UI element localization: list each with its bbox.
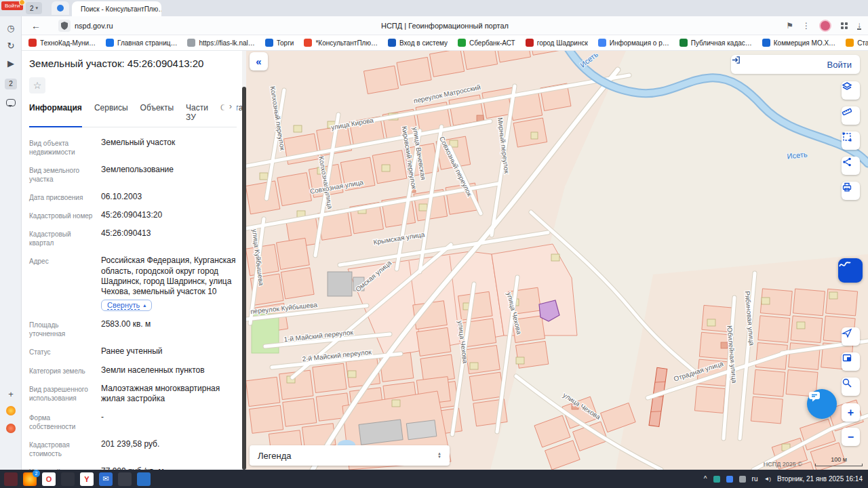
page-title: НСПД | Геоинформационный портал bbox=[22, 22, 868, 30]
layers-icon bbox=[842, 81, 852, 92]
app-icon[interactable] bbox=[118, 472, 132, 486]
chat-widget-button[interactable] bbox=[807, 389, 837, 419]
chat-icon[interactable] bbox=[6, 99, 16, 106]
app-icon[interactable] bbox=[4, 472, 18, 486]
field-row: Вид земельного участкаЗемлепользование bbox=[29, 165, 237, 184]
field-row: Дата присвоения06.10.2003 bbox=[29, 192, 237, 202]
tab-objects[interactable]: Объекты bbox=[140, 103, 174, 122]
bookmark-item[interactable]: ТехноКад-Муни… bbox=[28, 39, 96, 47]
chevron-up-icon: ▴ bbox=[143, 302, 146, 308]
bookmark-flag-icon[interactable]: ⚑ bbox=[786, 21, 793, 30]
address-collapse-button[interactable]: Свернуть ▴ bbox=[101, 300, 152, 311]
bookmark-item[interactable]: Сбербанк-АСТ bbox=[458, 39, 515, 47]
app-icon[interactable] bbox=[61, 472, 75, 486]
tab-information[interactable]: Информация bbox=[29, 103, 82, 122]
bookmark-label: https://fias-lk.nal… bbox=[199, 39, 254, 47]
share-button[interactable] bbox=[842, 157, 860, 175]
tab-services[interactable]: Сервисы bbox=[94, 103, 128, 122]
browser-addressbar: ← nspd.gov.ru НСПД | Геоинформационный п… bbox=[22, 16, 868, 35]
mail-icon[interactable]: ✉ bbox=[99, 472, 113, 486]
extent-button[interactable] bbox=[842, 352, 860, 371]
url-text[interactable]: nspd.gov.ru bbox=[75, 22, 113, 30]
field-row: Кадастровый номер45:26:090413:20 bbox=[29, 210, 237, 220]
legend-bar[interactable]: Легенда ▲ ▼ bbox=[250, 445, 450, 466]
profile-avatar[interactable] bbox=[819, 20, 831, 32]
bookmark-label: Публичная кадас… bbox=[691, 39, 752, 47]
login-icon bbox=[731, 55, 741, 65]
map-extent-icon bbox=[842, 352, 852, 363]
chat-bubble-icon bbox=[807, 389, 822, 404]
print-icon bbox=[842, 182, 852, 192]
tray-expand-icon[interactable]: ^ bbox=[704, 475, 707, 483]
firefox-icon[interactable]: 2 bbox=[23, 472, 37, 486]
play-icon[interactable]: ▶ bbox=[0, 58, 22, 68]
field-row: Кадастровый квартал45:26:090413 bbox=[29, 228, 237, 247]
yandex-browser-icon[interactable]: Y bbox=[80, 472, 94, 486]
print-button[interactable] bbox=[842, 182, 860, 200]
collapse-sidebar-button[interactable]: « bbox=[250, 52, 268, 70]
field-label: Статус bbox=[29, 346, 96, 357]
locate-button[interactable] bbox=[842, 327, 860, 346]
active-tab[interactable]: Поиск - КонсультантПлю… bbox=[72, 1, 161, 16]
new-tab-icon[interactable]: + bbox=[0, 389, 22, 399]
browser-app-icon[interactable] bbox=[6, 406, 16, 415]
tray-app-icon[interactable] bbox=[713, 476, 720, 483]
support-button[interactable] bbox=[838, 258, 863, 283]
tray-shield-icon[interactable] bbox=[739, 476, 746, 483]
map-login-button[interactable]: Войти bbox=[731, 55, 860, 74]
back-button[interactable]: ← bbox=[31, 20, 41, 31]
flame-icon[interactable] bbox=[6, 424, 16, 433]
field-row: Кадастровая стоимость201 239,58 руб. bbox=[29, 439, 237, 458]
favorite-button[interactable]: ☆ bbox=[29, 77, 45, 94]
bookmark-item[interactable]: Торги bbox=[265, 39, 294, 47]
bookmark-favicon bbox=[679, 39, 688, 47]
bookmark-item[interactable]: Стартовая стран… bbox=[846, 39, 868, 47]
bookmark-item[interactable]: Публичная кадас… bbox=[679, 39, 752, 47]
bookmark-item[interactable]: Вход в систему bbox=[388, 39, 448, 47]
map-attribution: НСПД 2025 © bbox=[764, 461, 802, 468]
plus-icon: + bbox=[848, 407, 854, 419]
layers-button[interactable] bbox=[842, 81, 860, 100]
apps-grid-icon[interactable] bbox=[840, 22, 848, 30]
share-icon bbox=[842, 157, 852, 167]
field-row: Категория земельЗемли населенных пунктов bbox=[29, 365, 237, 375]
zoom-out-button[interactable]: − bbox=[842, 428, 860, 446]
zoom-area-button[interactable] bbox=[842, 378, 860, 396]
field-row: Вид разрешенного использованияМалоэтажна… bbox=[29, 384, 237, 404]
notification-badge: 2 bbox=[33, 470, 40, 477]
login-extension-badge[interactable]: Войти bbox=[1, 1, 23, 10]
scale-label: 100 м bbox=[831, 456, 847, 463]
field-label: Вид земельного участка bbox=[29, 165, 96, 184]
bookmark-label: Торги bbox=[277, 39, 294, 47]
kebab-menu-icon[interactable]: ⋮ bbox=[802, 21, 810, 30]
bookmark-item[interactable]: Информация о р… bbox=[598, 39, 669, 47]
sync-icon[interactable]: ↻ bbox=[0, 41, 22, 51]
legend-expand-icon: ▲ ▼ bbox=[437, 452, 441, 459]
pinned-tab[interactable] bbox=[52, 1, 69, 15]
map-canvas[interactable]: переулок Матросский улица Кирова Колхозн… bbox=[246, 51, 868, 470]
opera-glyph: O bbox=[46, 475, 52, 483]
measure-button[interactable] bbox=[842, 106, 860, 125]
zoom-in-button[interactable]: + bbox=[842, 403, 860, 422]
bookmark-favicon bbox=[28, 39, 37, 47]
bookmark-item[interactable]: https://fias-lk.nal… bbox=[187, 39, 254, 47]
select-area-button[interactable] bbox=[842, 131, 860, 150]
site-security-icon[interactable] bbox=[58, 20, 71, 32]
bookmark-item[interactable]: *КонсультантПлю… bbox=[304, 39, 378, 47]
language-indicator[interactable]: ru bbox=[752, 475, 758, 483]
app-icon[interactable] bbox=[137, 472, 151, 486]
tabs-scroll-button[interactable]: › bbox=[224, 102, 237, 115]
opera-icon[interactable]: O bbox=[42, 472, 56, 486]
history-icon[interactable]: ◷ bbox=[0, 23, 22, 33]
bookmark-item[interactable]: Главная страниц… bbox=[106, 39, 177, 47]
tab-group-chip[interactable]: 2 ▾ bbox=[26, 2, 42, 14]
volume-icon[interactable]: ◄) bbox=[764, 476, 771, 482]
bookmark-favicon bbox=[458, 39, 466, 47]
bookmark-item[interactable]: Коммерция МО.Х… bbox=[762, 39, 835, 47]
tray-app-icon[interactable] bbox=[726, 476, 733, 483]
clock[interactable]: Вторник, 21 янв 2025 16:14 bbox=[777, 475, 863, 483]
tab-count-badge[interactable]: 2 bbox=[5, 79, 17, 89]
tab-parts[interactable]: Части ЗУ bbox=[186, 103, 208, 122]
download-icon[interactable]: ↓ bbox=[857, 22, 861, 30]
bookmark-item[interactable]: город Шадринск bbox=[526, 39, 588, 47]
